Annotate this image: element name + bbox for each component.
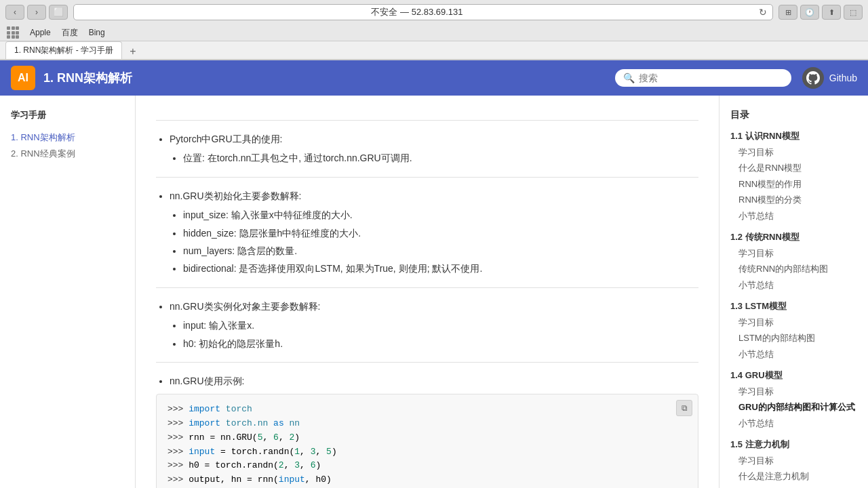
toc-item-6[interactable]: 1.2 传统RNN模型 [730,229,857,245]
section-instance-params: nn.GRU类实例化对象主要参数解释: input: 输入张量x. h0: 初始… [156,299,698,351]
url-bar[interactable]: 不安全 — 52.83.69.131 ↻ [73,4,773,20]
sub-bullet-2-1: input_size: 输入张量x中特征维度的大小. [183,207,698,222]
history-button[interactable]: 🕐 [800,5,819,20]
sub-bullet-3-1: input: 输入张量x. [183,318,698,333]
toc-item-11[interactable]: 学习目标 [730,314,857,331]
sub-bullet-1-1: 位置: 在torch.nn工具包之中, 通过torch.nn.GRU可调用. [183,150,698,165]
sub-bullet-3-2: h0: 初始化的隐层张量h. [183,336,698,351]
sub-bullet-2-3: num_layers: 隐含层的数量. [183,243,698,258]
code-line-6: >>> output, hn = rnn(input, h0) [167,473,687,487]
toc-item-20[interactable]: 什么是注意力机制 [730,468,857,485]
search-icon: 🔍 [623,73,635,83]
bookmark-apple[interactable]: Apple [30,28,51,37]
bookmarks-bar: Apple 百度 Bing [0,24,868,41]
right-toc: 目录 1.1 认识RNN模型 学习目标 什么是RNN模型 RNN模型的作用 RN… [719,96,868,488]
code-line-5: >>> h0 = torch.randn(2, 3, 6) [167,459,687,473]
back-button[interactable]: ‹ [5,5,24,20]
reading-mode-button[interactable]: ⬚ [844,5,863,20]
page-tab-bar: 1. RNN架构解析 - 学习手册 + [0,41,868,60]
bookmark-baidu[interactable]: 百度 [62,27,78,39]
site-logo: AI [11,66,35,90]
forward-button[interactable]: › [27,5,46,20]
toc-title: 目录 [730,109,857,121]
divider-2 [156,177,698,178]
search-input[interactable] [639,73,774,83]
toc-item-21[interactable]: 注意力机制的作用 [730,485,857,489]
left-sidebar: 学习手册 1. RNN架构解析 2. RNN经典案例 [0,96,136,488]
code-line-3: >>> rnn = nn.GRU(5, 6, 2) [167,431,687,445]
toc-item-19[interactable]: 学习目标 [730,453,857,469]
toc-item-3[interactable]: RNN模型的作用 [730,176,857,192]
toc-item-12[interactable]: LSTM的内部结构图 [730,330,857,346]
page-layout: 学习手册 1. RNN架构解析 2. RNN经典案例 Pytorch中GRU工具… [0,96,868,488]
extensions-button[interactable]: ⊞ [778,5,797,20]
section-usage-example: nn.GRU使用示例: ⧉ >>> import torch >>> impor… [156,373,698,488]
main-content: Pytorch中GRU工具的使用: 位置: 在torch.nn工具包之中, 通过… [136,96,719,488]
sub-bullet-2-4: bidirectional: 是否选择使用双向LSTM, 如果为True, 则使… [183,261,698,276]
sub-bullet-2-2: hidden_size: 隐层张量h中特征维度的大小. [183,226,698,241]
copy-button[interactable]: ⧉ [676,400,692,416]
browser-action-buttons: ⊞ 🕐 ⬆ ⬚ [778,5,863,20]
sidebar-section-title: 学习手册 [11,109,124,121]
main-bullet-3: nn.GRU类实例化对象主要参数解释: [170,299,698,314]
main-bullet-2: nn.GRU类初始化主要参数解释: [170,188,698,203]
page-tab-active[interactable]: 1. RNN架构解析 - 学习手册 [5,41,122,59]
section-init-params: nn.GRU类初始化主要参数解释: input_size: 输入张量x中特征维度… [156,188,698,277]
github-label: Github [829,73,857,83]
bookmark-bing[interactable]: Bing [89,28,105,37]
code-line-4: >>> input = torch.randn(1, 3, 5) [167,445,687,460]
browser-nav-buttons: ‹ › ⬜ [5,5,68,20]
code-block: ⧉ >>> import torch >>> import torch.nn a… [156,394,698,488]
site-search-bar[interactable]: 🔍 [615,69,791,87]
site-header: AI 1. RNN架构解析 🔍 Github [0,60,868,96]
share-button[interactable]: ⬆ [822,5,841,20]
reload-button[interactable]: ↻ [759,7,767,18]
toc-item-10[interactable]: 1.3 LSTM模型 [730,298,857,314]
site-title: 1. RNN架构解析 [43,70,615,86]
section-pytorch-gru: Pytorch中GRU工具的使用: 位置: 在torch.nn工具包之中, 通过… [156,131,698,166]
toc-item-9[interactable]: 小节总结 [730,277,857,293]
toc-item-1[interactable]: 学习目标 [730,144,857,161]
browser-chrome: ‹ › ⬜ 不安全 — 52.83.69.131 ↻ ⊞ 🕐 ⬆ ⬚ Apple… [0,0,868,60]
main-bullet-1: Pytorch中GRU工具的使用: [170,131,698,146]
url-text: 不安全 — 52.83.69.131 [79,6,755,18]
code-line-2: >>> import torch.nn as nn [167,417,687,431]
divider-3 [156,287,698,288]
divider-1 [156,120,698,121]
toc-item-2[interactable]: 什么是RNN模型 [730,160,857,176]
sidebar-item-rnn-arch[interactable]: 1. RNN架构解析 [11,129,124,146]
tab-overview-button[interactable]: ⬜ [49,5,68,20]
toc-item-14[interactable]: 1.4 GRU模型 [730,367,857,384]
divider-4 [156,362,698,363]
new-tab-button[interactable]: + [125,44,141,59]
toc-item-4[interactable]: RNN模型的分类 [730,192,857,208]
toc-item-0[interactable]: 1.1 认识RNN模型 [730,128,857,144]
toc-item-18[interactable]: 1.5 注意力机制 [730,436,857,453]
github-link[interactable]: Github [802,67,857,89]
browser-toolbar: ‹ › ⬜ 不安全 — 52.83.69.131 ↻ ⊞ 🕐 ⬆ ⬚ [0,0,868,24]
toc-item-17[interactable]: 小节总结 [730,415,857,432]
toc-item-8[interactable]: 传统RNN的内部结构图 [730,261,857,277]
sidebar-item-rnn-case[interactable]: 2. RNN经典案例 [11,146,124,162]
code-line-1: >>> import torch [167,403,687,417]
github-icon [802,67,824,89]
toc-item-15[interactable]: 学习目标 [730,384,857,400]
toc-item-5[interactable]: 小节总结 [730,208,857,224]
main-bullet-4: nn.GRU使用示例: [170,373,698,388]
apps-grid-icon[interactable] [7,26,19,39]
toc-item-13[interactable]: 小节总结 [730,346,857,363]
toc-item-16[interactable]: GRU的内部结构图和计算公式 [730,399,857,415]
toc-item-7[interactable]: 学习目标 [730,245,857,262]
